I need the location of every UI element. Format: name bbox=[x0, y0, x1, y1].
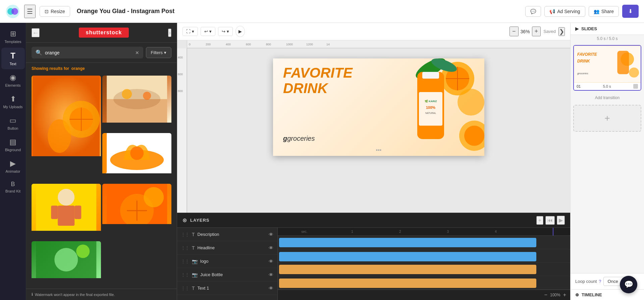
loop-count-help[interactable]: ? bbox=[599, 279, 601, 284]
expand-dropdown-icon: ▾ bbox=[192, 29, 194, 34]
add-slide-button[interactable]: + bbox=[573, 105, 641, 132]
slide-timing: 5.0 s / 5.0 s bbox=[571, 35, 644, 42]
sidebar-item-text[interactable]: T Text bbox=[1, 48, 25, 69]
layers-timeline: ⋮⋮ T Description 👁 ⋮⋮ T Headline 👁 ⋮⋮ 📷 bbox=[177, 228, 570, 300]
timeline-zoom-out[interactable]: − bbox=[544, 292, 547, 298]
sidebar-item-my-uploads[interactable]: ⬆ My Uploads bbox=[1, 91, 25, 112]
brand-kit-icon: B bbox=[11, 181, 15, 188]
go-start-button[interactable]: ⏮ bbox=[545, 216, 555, 225]
canvas-scroll[interactable]: FAVORITEDRINK ggroceries bbox=[187, 48, 570, 213]
layer-row[interactable]: ⋮⋮ T Text 2 👁 bbox=[177, 295, 277, 300]
list-item[interactable] bbox=[32, 184, 101, 240]
list-item[interactable] bbox=[102, 133, 172, 182]
results-label: Showing results for orange bbox=[26, 63, 177, 74]
drag-handle: ⋮⋮ bbox=[181, 286, 189, 291]
visibility-toggle[interactable]: 👁 bbox=[269, 272, 273, 277]
sidebar-item-elements[interactable]: ◉ Elements bbox=[1, 70, 25, 91]
expand-button[interactable]: ⛶ ▾ bbox=[182, 27, 198, 36]
timeline-zoom-in[interactable]: + bbox=[563, 292, 566, 298]
visibility-toggle[interactable]: 👁 bbox=[269, 299, 273, 300]
sidebar-item-button[interactable]: ▭ Button bbox=[1, 113, 25, 134]
stock-image-3 bbox=[102, 133, 172, 173]
layer-row[interactable]: ⋮⋮ T Description 👁 bbox=[177, 228, 277, 241]
timeline-track[interactable] bbox=[278, 236, 570, 249]
share-icon: 👥 bbox=[594, 9, 599, 14]
svg-rect-21 bbox=[74, 206, 81, 219]
sidebar-item-bkground[interactable]: ▤ Bkground bbox=[1, 134, 25, 155]
slide-thumbnail[interactable]: FAVORITE DRINK groceries 01 5.0 s bbox=[573, 45, 641, 91]
slide-number: 01 bbox=[577, 84, 581, 88]
panel-back-button[interactable]: ← bbox=[32, 28, 40, 37]
icon-sidebar: ⊞ Templates T Text ◉ Elements ⬆ My Uploa… bbox=[0, 23, 26, 300]
media-panel: ← shutterstock › 🔍 ✕ Filters ▾ Showing r… bbox=[26, 23, 177, 300]
svg-text:groceries: groceries bbox=[577, 72, 588, 75]
nav-right-button[interactable]: ❯ bbox=[558, 27, 565, 36]
svg-text:400: 400 bbox=[226, 43, 231, 46]
visibility-toggle[interactable]: 👁 bbox=[269, 232, 273, 237]
download-button[interactable]: ⬇ bbox=[622, 5, 639, 18]
list-item[interactable] bbox=[102, 76, 172, 132]
search-icon: 🔍 bbox=[36, 49, 42, 56]
list-item[interactable] bbox=[102, 184, 172, 240]
timeline-mark bbox=[520, 230, 568, 233]
undo-button[interactable]: ↩ ▾ bbox=[201, 27, 215, 36]
visibility-toggle[interactable]: 👁 bbox=[269, 259, 273, 264]
visibility-toggle[interactable]: 👁 bbox=[269, 245, 273, 251]
playhead[interactable] bbox=[553, 228, 553, 235]
timeline-play-button[interactable]: ▶ bbox=[557, 216, 565, 225]
list-item[interactable] bbox=[32, 241, 101, 287]
layer-row[interactable]: ⋮⋮ 📷 Juice Bottle 👁 bbox=[177, 268, 277, 282]
sidebar-item-animator[interactable]: ▶ Animator bbox=[1, 156, 25, 177]
layer-row[interactable]: ⋮⋮ T Text 1 👁 bbox=[177, 282, 277, 295]
timeline-marks: sec. 1 2 3 4 bbox=[280, 230, 568, 233]
visibility-toggle[interactable]: 👁 bbox=[269, 286, 273, 291]
search-input[interactable] bbox=[45, 50, 132, 55]
sidebar-item-templates[interactable]: ⊞ Templates bbox=[1, 26, 25, 47]
panel-collapse-button[interactable]: › bbox=[168, 29, 171, 37]
slide-thumb-image: FAVORITE DRINK groceries bbox=[574, 46, 641, 83]
templates-icon: ⊞ bbox=[10, 30, 16, 38]
play-button[interactable]: ▶ bbox=[235, 26, 245, 37]
timeline-mark: 4 bbox=[472, 230, 520, 233]
zoom-in-button[interactable]: + bbox=[532, 27, 541, 36]
layer-row[interactable]: ⋮⋮ T Headline 👁 bbox=[177, 241, 277, 255]
text-layer-icon: T bbox=[192, 286, 195, 291]
svg-text:1200: 1200 bbox=[306, 43, 313, 46]
drag-handle: ⋮⋮ bbox=[181, 272, 189, 277]
svg-point-16 bbox=[130, 146, 144, 160]
redo-button[interactable]: ↪ ▾ bbox=[218, 27, 233, 36]
layer-row[interactable]: ⋮⋮ 📷 logo 👁 bbox=[177, 255, 277, 268]
chat-button[interactable]: 💬 bbox=[525, 6, 541, 17]
app-logo bbox=[5, 4, 20, 19]
svg-point-64 bbox=[629, 68, 639, 78]
bkground-icon: ▤ bbox=[9, 138, 16, 146]
hamburger-button[interactable]: ☰ bbox=[24, 5, 36, 18]
svg-rect-63 bbox=[617, 51, 629, 74]
timeline-track[interactable] bbox=[278, 276, 570, 290]
svg-point-24 bbox=[144, 187, 164, 207]
track-bar bbox=[279, 265, 536, 274]
clear-search-button[interactable]: ✕ bbox=[135, 50, 139, 55]
stock-image-1 bbox=[32, 76, 101, 156]
undo-dropdown-icon: ▾ bbox=[209, 29, 212, 34]
canvas-toolbar: ⛶ ▾ ↩ ▾ ↪ ▾ ▶ − 36% + Saved ❯ bbox=[177, 23, 570, 40]
track-bar bbox=[279, 278, 536, 288]
canvas-wrapper: 400 600 800 FAVORITEDRINK ggroceries bbox=[177, 48, 570, 213]
svg-text:100%: 100% bbox=[426, 105, 435, 110]
slide-headline: FAVORITEDRINK bbox=[283, 65, 353, 96]
filters-button[interactable]: Filters ▾ bbox=[146, 47, 171, 58]
timeline-track[interactable] bbox=[278, 249, 570, 263]
sidebar-item-brand-kit[interactable]: B Brand Kit bbox=[1, 177, 25, 197]
shutterstock-logo: shutterstock bbox=[79, 28, 128, 38]
timeline-track[interactable] bbox=[278, 263, 570, 276]
layer-name: Description bbox=[198, 232, 266, 237]
list-item[interactable] bbox=[32, 76, 101, 182]
ad-serving-button[interactable]: 📢 Ad Serving bbox=[544, 6, 585, 17]
zoom-out-button[interactable]: − bbox=[509, 27, 519, 36]
horizontal-ruler: 0 200 400 600 800 1000 1200 14 bbox=[187, 40, 570, 48]
chat-bubble-button[interactable]: 💬 bbox=[620, 276, 637, 293]
add-layer-button[interactable]: + bbox=[536, 216, 543, 225]
resize-button[interactable]: ⊡ Resize bbox=[40, 6, 70, 17]
share-button[interactable]: 👥 Share bbox=[589, 6, 619, 17]
slide-stop-indicator bbox=[633, 84, 638, 89]
